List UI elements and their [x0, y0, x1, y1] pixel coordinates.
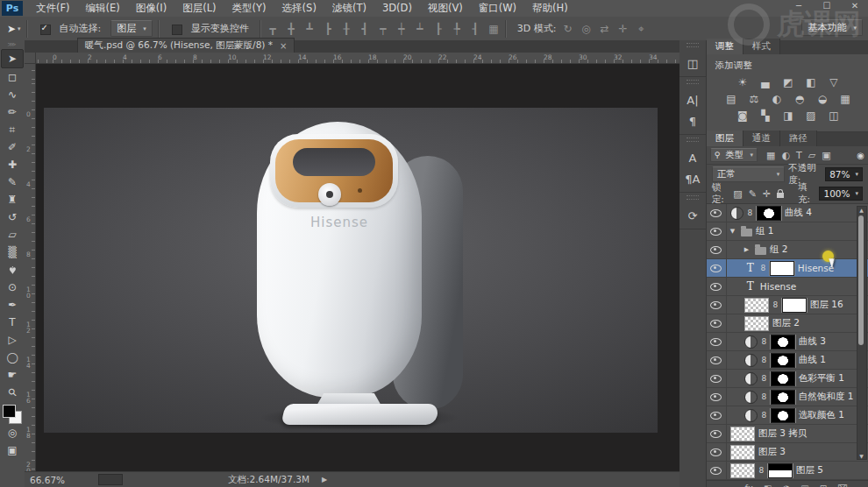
3d-orbit-icon[interactable]: ↻	[561, 23, 573, 35]
layer-row[interactable]: 8选取颜色 1	[707, 406, 868, 425]
marquee-tool[interactable]: ◻	[2, 68, 23, 86]
menu-help[interactable]: 帮助(H)	[524, 0, 576, 17]
distribute-right-icon[interactable]: ┨	[469, 23, 481, 35]
toolbar-grip[interactable]: ⋙	[8, 40, 18, 49]
foreground-color-swatch[interactable]	[3, 405, 16, 418]
layer-row[interactable]: 图层 3 拷贝	[707, 425, 868, 443]
menu-select[interactable]: 选择(S)	[274, 0, 324, 17]
spot-healing-tool[interactable]: ✚	[2, 156, 23, 173]
tab-styles[interactable]: 样式	[743, 39, 780, 54]
curves-icon[interactable]: ◩	[781, 76, 794, 88]
3d-camera-icon[interactable]: ⌖	[635, 23, 647, 35]
align-top-icon[interactable]: ┳	[267, 23, 279, 35]
blend-mode-dropdown[interactable]: 正常▾	[712, 166, 785, 182]
filter-type-icon[interactable]: T	[796, 150, 802, 161]
layer-row[interactable]: ▼组 1	[707, 222, 868, 241]
canvas[interactable]: 02468101214161820 Hisense	[25, 64, 679, 471]
gradient-map-icon[interactable]: ▨	[804, 109, 817, 122]
filter-smart-icon[interactable]: ▣	[822, 150, 830, 161]
blur-tool[interactable]: ♠	[2, 261, 23, 279]
distribute-hcenter-icon[interactable]: ╄	[451, 23, 463, 35]
layer-row[interactable]: 8曲线 1	[707, 351, 868, 370]
opacity-field[interactable]: 87%▾	[825, 167, 863, 181]
clone-stamp-tool[interactable]: ♜	[2, 191, 23, 208]
document-tab[interactable]: 暖气.psd @ 66.7% (Hisense, 图层蒙版/8) * ×	[77, 38, 295, 53]
clone-source-panel-icon[interactable]: ◫	[687, 57, 698, 71]
layer-filter-type-dropdown[interactable]: ⚲类型▾	[710, 148, 758, 162]
selective-color-icon[interactable]: ◫	[827, 109, 840, 122]
brightness-contrast-icon[interactable]: ☀	[736, 76, 749, 88]
delete-layer-icon[interactable]: ⌧	[837, 483, 848, 487]
layer-visibility-eye-icon[interactable]	[710, 228, 722, 236]
distribute-top-icon[interactable]: ┯	[377, 23, 389, 35]
auto-select-checkbox[interactable]	[40, 25, 51, 35]
hand-tool[interactable]: ☛	[2, 366, 23, 384]
eraser-tool[interactable]: ▱	[2, 226, 23, 244]
lasso-tool[interactable]: ∿	[2, 86, 23, 103]
layer-visibility-eye-icon[interactable]	[710, 430, 722, 438]
add-mask-icon[interactable]: ◧	[764, 483, 772, 487]
layer-visibility-eye-icon[interactable]	[710, 209, 722, 217]
layer-visibility-eye-icon[interactable]	[710, 265, 722, 272]
layer-visibility-eye-icon[interactable]	[710, 283, 722, 291]
threshold-icon[interactable]: ◨	[781, 109, 794, 122]
pen-tool[interactable]: ✒	[2, 296, 23, 314]
align-right-icon[interactable]: ┫	[359, 23, 371, 35]
layer-row[interactable]: ▶组 2	[707, 241, 868, 259]
layer-style-icon[interactable]: fx	[745, 483, 753, 487]
channel-mixer-icon[interactable]: ◒	[815, 93, 829, 105]
auto-align-icon[interactable]: ▦	[487, 23, 500, 35]
3d-pan-icon[interactable]: ⇄	[598, 23, 610, 35]
workspace-switcher[interactable]: 基本功能▾	[801, 19, 863, 36]
type-tool[interactable]: T	[2, 314, 23, 331]
filter-toggle-switch[interactable]: ◉	[857, 151, 864, 160]
move-tool[interactable]: ➤	[1, 49, 24, 68]
layer-row[interactable]: 8曲线 3	[707, 333, 868, 351]
layer-visibility-eye-icon[interactable]	[710, 246, 722, 254]
align-left-icon[interactable]: ┣	[322, 23, 334, 35]
shape-tool[interactable]: ◯	[2, 349, 23, 366]
3d-slide-icon[interactable]: ✛	[616, 23, 629, 35]
layer-visibility-eye-icon[interactable]	[710, 393, 722, 401]
align-bottom-icon[interactable]: ┻	[303, 23, 316, 35]
paragraph-panel-icon[interactable]: ¶	[689, 115, 696, 129]
minimize-button[interactable]: ─	[789, 1, 808, 11]
invert-icon[interactable]: ◙	[736, 109, 749, 122]
layer-row[interactable]: 图层 3	[707, 443, 868, 462]
black-white-icon[interactable]: ◐	[770, 93, 783, 105]
lock-pixels-icon[interactable]: ✎	[749, 188, 757, 200]
layers-scrollbar[interactable]: ▲ ▼	[857, 206, 867, 460]
menu-filter[interactable]: 滤镜(T)	[324, 0, 374, 17]
photo-document[interactable]: Hisense	[44, 108, 658, 433]
exposure-icon[interactable]: ◧	[804, 76, 817, 88]
menu-view[interactable]: 视图(V)	[420, 0, 471, 17]
scrollbar-thumb[interactable]	[858, 215, 864, 345]
menu-window[interactable]: 窗口(W)	[471, 0, 524, 17]
filter-shape-icon[interactable]: ▱	[808, 150, 815, 161]
close-button[interactable]: ✕	[845, 1, 864, 11]
character-panel-icon[interactable]: A|	[687, 94, 698, 108]
color-lookup-icon[interactable]: ▦	[838, 93, 851, 105]
distribute-bottom-icon[interactable]: ┷	[414, 23, 426, 35]
lock-position-icon[interactable]: ✛	[763, 188, 771, 200]
tab-paths[interactable]: 路径	[780, 131, 817, 146]
tab-channels[interactable]: 通道	[743, 131, 780, 146]
quick-mask-button[interactable]: ◎	[2, 424, 23, 441]
screen-mode-button[interactable]: ▣	[2, 441, 23, 459]
fill-field[interactable]: 100%▾	[819, 187, 863, 201]
distribute-vcenter-icon[interactable]: ┿	[395, 23, 408, 35]
menu-file[interactable]: 文件(F)	[28, 0, 78, 17]
quick-selection-tool[interactable]: ✏	[2, 103, 23, 121]
layer-row[interactable]: T8Hisense	[707, 259, 868, 278]
filter-pixel-icon[interactable]: ▦	[766, 150, 775, 161]
menu-image[interactable]: 图像(I)	[128, 0, 174, 17]
photo-filter-icon[interactable]: ◓	[793, 93, 806, 105]
brush-tool[interactable]: ✎	[2, 173, 23, 191]
menu-layer[interactable]: 图层(L)	[174, 0, 224, 17]
show-transform-checkbox[interactable]	[172, 25, 182, 35]
history-brush-tool[interactable]: ↺	[2, 208, 23, 226]
color-balance-icon[interactable]: ⚖	[747, 93, 760, 105]
layer-visibility-eye-icon[interactable]	[710, 467, 722, 475]
crop-tool[interactable]: ⌗	[2, 121, 23, 138]
layer-visibility-eye-icon[interactable]	[710, 301, 722, 309]
